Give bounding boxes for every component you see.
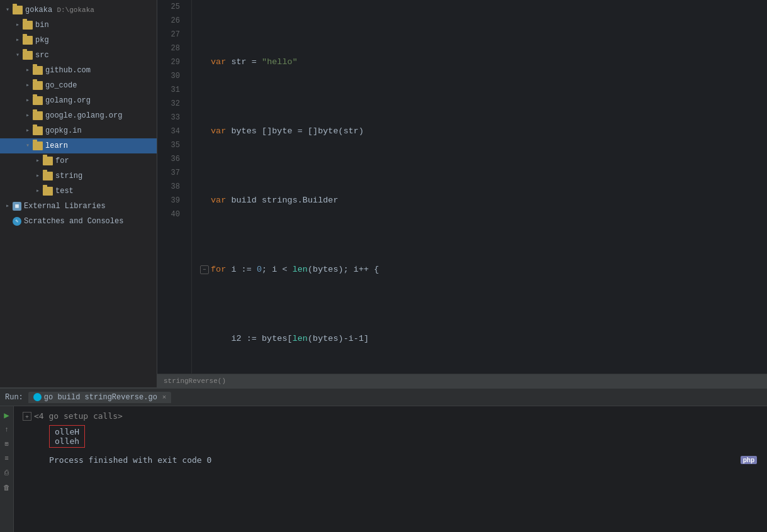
tree-arrow-external [3,200,13,213]
status-text: stringReverse() [164,377,226,385]
sidebar-label-src: src [35,49,49,62]
process-status-line: Process finished with exit code 0 php [18,455,767,465]
token: len [293,332,308,346]
code-line-26: var bytes []byte = []byte(str) [198,125,767,138]
token: 0 [257,263,262,277]
token: var [211,125,226,138]
line-num-36: 36 [157,152,185,166]
code-line-29: i2 := bytes[len(bytes)-i-1] [198,332,767,346]
line-num-38: 38 [157,180,185,194]
sidebar-label-bin: bin [35,19,49,31]
code-line-28: − for i := 0; i < len(bytes); i++ { [198,263,767,277]
code-editor[interactable]: 25 26 27 28 29 30 31 32 33 34 35 36 37 3… [157,0,767,374]
line-num-28: 28 [157,42,185,55]
bottom-panel: Run: go build stringReverse.go × ▶ ↑ ⊞ ≡… [0,387,767,532]
sidebar-item-string[interactable]: string [0,169,157,184]
token: (bytes)-i-1] [308,332,369,346]
folder-icon-pkg [23,36,33,45]
token: build strings. [226,194,303,208]
folder-icon-test [43,187,53,196]
root-path: D:\gokaka [57,6,94,14]
token: var [211,55,226,69]
run-expand-button[interactable]: ⊞ [1,438,13,450]
run-filter-button[interactable]: ≡ [1,452,13,465]
tree-arrow-bin [13,19,23,31]
folder-icon-string [43,172,53,180]
sidebar-label-google-golang: google.golang.org [45,109,122,122]
gutter-28: − [198,265,211,274]
token: ; i < [262,263,293,277]
line-num-37: 37 [157,166,185,180]
tree-arrow-google-golang [23,109,33,122]
sidebar-item-google-golang[interactable]: google.golang.org [0,108,157,123]
sidebar-item-external-libraries[interactable]: ▦ External Libraries [0,199,157,214]
folder-icon-go-code [33,81,43,90]
expand-icon[interactable]: + [23,412,31,421]
token: for [211,263,226,277]
run-tab-bar: Run: go build stringReverse.go × [0,389,767,406]
sidebar-item-test[interactable]: test [0,184,157,199]
tree-arrow-for [33,155,43,167]
process-status-text: Process finished with exit code 0 [49,455,211,465]
run-play-button[interactable]: ▶ [1,409,13,421]
sidebar-item-gopkg[interactable]: gopkg.in [0,123,157,138]
editor-area: 25 26 27 28 29 30 31 32 33 34 35 36 37 3… [157,0,767,387]
line-num-32: 32 [157,97,185,111]
line-num-26: 26 [157,14,185,28]
sidebar-label-go-code: go_code [45,79,77,92]
token: Builder [303,194,339,208]
folder-icon-gokaka [13,6,23,14]
line-num-34: 34 [157,125,185,138]
run-setup-calls: + <4 go setup calls> [18,409,767,424]
token: (bytes); i++ { [308,263,379,277]
folder-icon-src [23,51,33,60]
token: var [211,194,226,208]
token: len [293,263,308,277]
run-output: + <4 go setup calls> olleH olleh Process… [14,406,767,532]
code-content[interactable]: var str = "hello" var bytes []byte = []b… [192,0,767,374]
sidebar-item-go-code[interactable]: go_code [0,78,157,93]
fold-icon-28[interactable]: − [200,265,209,274]
sidebar-label-external: External Libraries [24,200,106,213]
run-print-button[interactable]: ⎙ [1,467,13,479]
folder-icon-learn [33,141,43,150]
token: = [293,125,308,138]
run-up-button[interactable]: ↑ [1,423,13,436]
run-tab[interactable]: go build stringReverse.go × [28,392,172,403]
line-num-29: 29 [157,55,185,69]
editor-status-bar: stringReverse() [157,374,767,387]
tab-close-button[interactable]: × [162,394,167,401]
sidebar-item-src[interactable]: src [0,48,157,63]
code-line-27: var build strings.Builder [198,194,767,208]
run-body: ▶ ↑ ⊞ ≡ ⎙ 🗑 + <4 go setup calls> olleH o… [0,406,767,532]
sidebar-item-for[interactable]: for [0,153,157,169]
line-num-40: 40 [157,208,185,221]
tree-arrow-go-code [23,79,33,92]
token: i := [226,263,257,277]
output-box: olleH olleh [49,425,85,448]
sidebar-item-scratches[interactable]: ✎ Scratches and Consoles [0,214,157,229]
sidebar-item-golang[interactable]: golang.org [0,93,157,108]
external-lib-icon: ▦ [13,202,21,211]
token: []byte [308,125,339,138]
sidebar-item-gokaka[interactable]: gokaka D:\gokaka [0,3,157,18]
folder-icon-golang [33,96,43,105]
sidebar-label-string: string [55,170,82,182]
sidebar-item-learn[interactable]: learn [0,138,157,153]
sidebar-label-pkg: pkg [35,34,49,47]
sidebar-label-golang: golang.org [45,94,91,107]
run-clear-button[interactable]: 🗑 [1,481,13,494]
sidebar-item-bin[interactable]: bin [0,18,157,33]
folder-icon-for [43,157,53,165]
line-num-30: 30 [157,69,185,83]
folder-icon-bin [23,21,33,30]
sidebar-item-pkg[interactable]: pkg [0,33,157,48]
line-numbers: 25 26 27 28 29 30 31 32 33 34 35 36 37 3… [157,0,192,374]
token: "hello" [262,55,298,69]
tree-arrow-src [13,49,23,62]
sidebar: gokaka D:\gokaka bin pkg src github.com [0,0,157,387]
sidebar-label-scratches: Scratches and Consoles [24,215,123,228]
sidebar-item-github[interactable]: github.com [0,63,157,78]
token: str = [226,55,262,69]
sidebar-label-for: for [55,155,69,167]
